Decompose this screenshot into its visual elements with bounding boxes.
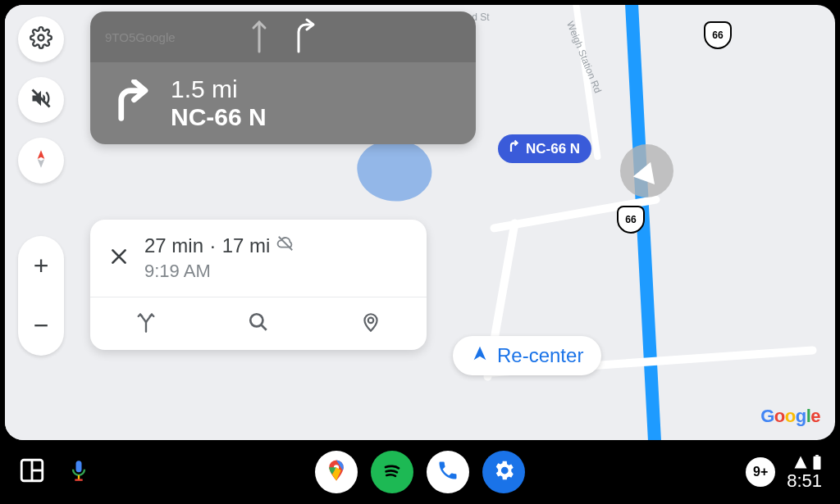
direction-road: NC-66 N	[171, 103, 267, 131]
zoom-out-button[interactable]: −	[18, 296, 64, 356]
map-turn-pill[interactable]: NC-66 N	[498, 134, 591, 163]
dock-app-spotify[interactable]	[371, 451, 413, 493]
svg-point-0	[39, 35, 44, 41]
cloud-off-icon	[276, 234, 294, 257]
svg-line-9	[261, 325, 267, 330]
status-clock: 8:51	[787, 472, 822, 490]
water-area	[354, 135, 436, 207]
eta-distance-remaining: 17 mi	[222, 234, 271, 257]
notification-badge[interactable]: 9+	[746, 457, 775, 487]
close-navigation-button[interactable]	[108, 246, 130, 271]
watermark-text: 9TO5Google	[105, 30, 176, 44]
lane-guidance-bar: 9TO5Google	[90, 11, 476, 62]
arrow-up-icon	[249, 17, 269, 57]
pin-icon	[360, 311, 381, 336]
svg-point-10	[368, 318, 373, 324]
android-auto-dock: 9+ 8:51	[0, 440, 840, 504]
signal-icon	[792, 455, 809, 472]
arrow-turn-right-icon	[292, 17, 317, 57]
phone-icon	[436, 459, 459, 485]
direction-card[interactable]: 9TO5Google 1.5 mi NC-66 N	[90, 11, 476, 144]
status-area: 8:51	[787, 455, 822, 490]
spotify-icon	[379, 457, 405, 487]
compass-button[interactable]	[18, 138, 64, 184]
battery-icon	[812, 455, 822, 472]
google-maps-icon	[324, 458, 349, 486]
voice-assistant-button[interactable]	[67, 455, 90, 489]
eta-time-remaining: 27 min	[144, 234, 203, 257]
recenter-button[interactable]: Re-center	[453, 336, 601, 375]
route-fork-icon	[135, 311, 158, 337]
navigate-arrow-icon	[471, 345, 489, 366]
svg-marker-3	[38, 159, 45, 168]
speaker-muted-icon	[30, 87, 52, 113]
route-shield-icon: 66	[617, 206, 645, 234]
vehicle-marker	[620, 144, 673, 198]
svg-rect-14	[76, 461, 82, 472]
svg-rect-18	[814, 456, 821, 469]
svg-marker-2	[38, 150, 45, 159]
turn-right-icon	[108, 79, 153, 127]
recenter-label: Re-center	[497, 344, 583, 367]
zoom-in-button[interactable]: +	[18, 236, 64, 296]
app-launcher-button[interactable]	[18, 456, 46, 488]
compass-icon	[30, 148, 52, 173]
direction-main: 1.5 mi NC-66 N	[90, 62, 476, 144]
dock-app-maps[interactable]	[315, 451, 358, 493]
separator: ·	[210, 234, 216, 257]
gear-icon	[30, 26, 52, 52]
svg-rect-19	[815, 455, 819, 456]
eta-summary-line: 27 min · 17 mi	[144, 234, 294, 257]
alternate-routes-button[interactable]	[90, 297, 203, 350]
dock-app-phone[interactable]	[427, 451, 469, 493]
svg-point-8	[250, 314, 262, 326]
search-icon	[248, 311, 269, 336]
svg-line-7	[279, 237, 293, 251]
map-sidebar: + −	[5, 5, 87, 440]
eta-arrival-time: 9:19 AM	[144, 261, 294, 282]
mute-button[interactable]	[18, 77, 64, 123]
map-turn-label: NC-66 N	[526, 141, 580, 157]
dock-app-settings[interactable]	[482, 451, 525, 493]
google-logo: Google	[760, 406, 820, 427]
turn-right-icon	[506, 139, 521, 158]
gear-icon	[491, 458, 516, 486]
destination-button[interactable]	[314, 297, 427, 350]
direction-distance: 1.5 mi	[171, 75, 267, 103]
search-button[interactable]	[203, 297, 315, 350]
route-shield-icon: 66	[704, 21, 732, 49]
eta-card: 27 min · 17 mi 9:19 AM	[90, 220, 427, 350]
zoom-control: + −	[18, 236, 64, 356]
vehicle-arrow-icon	[632, 157, 661, 184]
settings-button[interactable]	[18, 16, 64, 62]
